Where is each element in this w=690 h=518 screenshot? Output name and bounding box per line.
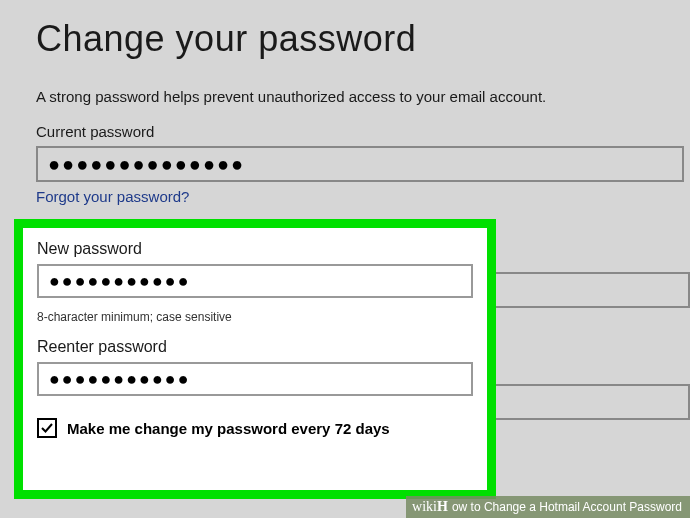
page-subtitle: A strong password helps prevent unauthor… (36, 88, 690, 105)
checkmark-icon (40, 421, 54, 435)
current-password-input[interactable]: ●●●●●●●●●●●●●● (36, 146, 684, 182)
watermark-brand: wikiH (406, 499, 452, 515)
expire-password-checkbox[interactable] (37, 418, 57, 438)
expire-password-label: Make me change my password every 72 days (67, 420, 390, 437)
forgot-password-link[interactable]: Forgot your password? (36, 188, 189, 205)
password-hint: 8-character minimum; case sensitive (37, 310, 473, 324)
reenter-password-label: Reenter password (37, 338, 473, 356)
new-password-label: New password (37, 240, 473, 258)
highlight-box: New password ●●●●●●●●●●● 8-character min… (14, 219, 496, 499)
watermark-title: ow to Change a Hotmail Account Password (452, 500, 682, 514)
current-password-label: Current password (36, 123, 690, 140)
watermark: wikiHow to Change a Hotmail Account Pass… (406, 496, 690, 518)
page-title: Change your password (36, 18, 690, 60)
new-password-input[interactable]: ●●●●●●●●●●● (37, 264, 473, 298)
reenter-password-input[interactable]: ●●●●●●●●●●● (37, 362, 473, 396)
